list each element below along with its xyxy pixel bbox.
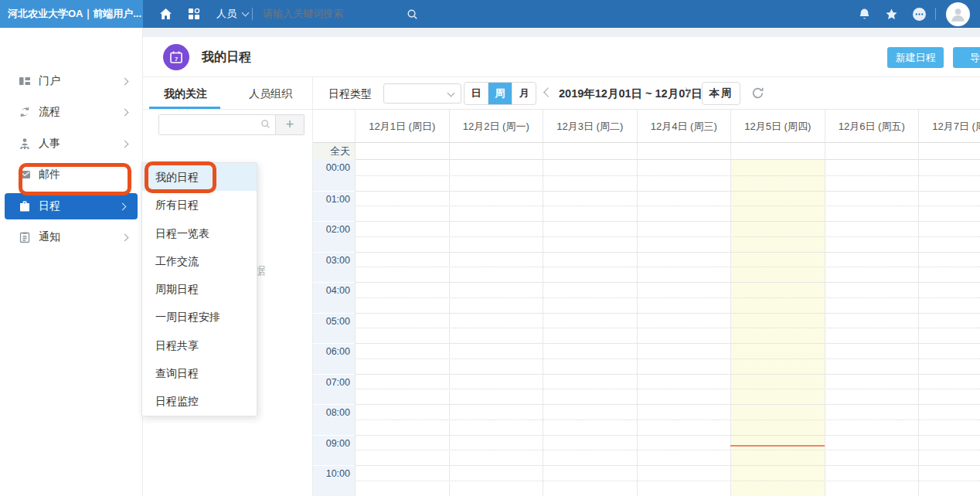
grid-column-border (543, 160, 543, 496)
svg-text:7: 7 (175, 56, 178, 63)
view-switcher: 日 周 月 (464, 82, 536, 105)
topbar-divider (935, 8, 936, 20)
calendar-toolbar: 日程类型 日 周 月 2019年12月01日 ~ 12月07日 本周 (313, 77, 980, 110)
notice-icon (19, 231, 31, 243)
allday-cell-border (543, 143, 543, 160)
allday-label: 全天 (313, 143, 355, 160)
nav-sidebar: 门户 流程 人事 邮件 日程 通知 (0, 28, 143, 496)
time-label: 06:00 (313, 343, 355, 374)
workflow-icon (19, 106, 31, 118)
scope-dropdown[interactable]: 人员 (216, 0, 248, 28)
app-brand: 河北农业大学OA｜前端用户... (0, 0, 143, 28)
day-header: 12月1日 (周日) (355, 110, 449, 142)
sidebar-item-workflow[interactable]: 流程 (0, 99, 143, 125)
allday-cells[interactable] (355, 143, 980, 160)
time-label: 08:00 (313, 404, 355, 435)
day-header: 12月3日 (周二) (543, 110, 637, 142)
time-label: 00:00 (313, 160, 355, 191)
current-time-line (730, 445, 825, 447)
bell-icon[interactable] (855, 0, 873, 28)
import-button[interactable]: 导入 (953, 47, 980, 68)
more-icon[interactable] (910, 0, 928, 28)
day-header: 12月7日 (周六) (918, 110, 980, 142)
sidebar-item-portal[interactable]: 门户 (0, 68, 143, 94)
sidebar-item-schedule[interactable]: 日程 (5, 193, 138, 219)
panel-search-box (158, 114, 276, 135)
time-label: 02:00 (313, 221, 355, 252)
topbar-divider (252, 8, 253, 20)
calendar-grid[interactable]: 00:0001:0002:0003:0004:0005:0006:0007:00… (313, 160, 980, 496)
menu-item-schedule-list[interactable]: 日程一览表 (142, 219, 257, 247)
grid-column-border (449, 160, 450, 496)
allday-cell-border (449, 143, 450, 160)
schedule-type-label: 日程类型 (328, 77, 372, 110)
calendar-panel: 日程类型 日 周 月 2019年12月01日 ~ 12月07日 本周 12月1日… (313, 77, 980, 496)
hr-icon (19, 138, 31, 150)
date-range-label: 2019年12月01日 ~ 12月07日 (559, 77, 677, 110)
view-week-button[interactable]: 周 (488, 83, 512, 104)
menu-item-week-plan[interactable]: 一周日程安排 (142, 303, 257, 331)
chevron-right-icon (121, 233, 129, 241)
search-icon[interactable] (403, 0, 420, 28)
sidebar-item-mail[interactable]: 邮件 (0, 161, 143, 188)
sidebar-item-notice[interactable]: 通知 (0, 224, 143, 250)
this-week-button[interactable]: 本周 (702, 82, 740, 105)
menu-item-schedule-monitor[interactable]: 日程监控 (142, 387, 257, 415)
menu-item-work-exchange[interactable]: 工作交流 (142, 247, 257, 275)
chevron-right-icon (119, 202, 127, 210)
home-icon[interactable] (156, 0, 175, 28)
day-header-row: 12月1日 (周日) 12月2日 (周一) 12月3日 (周二) 12月4日 (… (313, 110, 980, 143)
grid-column-border (355, 160, 356, 496)
tab-my-follow[interactable]: 我的关注 (143, 77, 228, 109)
schedule-page-icon: 7 (163, 44, 189, 70)
menu-item-periodic-schedule[interactable]: 周期日程 (142, 275, 257, 303)
global-search-input[interactable] (263, 0, 402, 28)
menu-item-all-schedule[interactable]: 所有日程 (142, 191, 257, 219)
new-schedule-button[interactable]: 新建日程 (887, 47, 944, 68)
schedule-submenu: 我的日程 所有日程 日程一览表 工作交流 周期日程 一周日程安排 日程共享 查询… (141, 162, 257, 416)
menu-item-my-schedule[interactable]: 我的日程 (142, 163, 257, 191)
allday-cell-border (825, 143, 825, 160)
allday-row: 全天 (313, 143, 980, 160)
time-gutter: 00:0001:0002:0003:0004:0005:0006:0007:00… (313, 160, 355, 496)
menu-item-schedule-query[interactable]: 查询日程 (142, 359, 257, 387)
day-header: 12月4日 (周三) (637, 110, 731, 142)
apps-grid-icon[interactable] (185, 0, 202, 28)
chevron-right-icon (121, 108, 129, 116)
day-header: 12月2日 (周一) (449, 110, 543, 142)
time-label: 03:00 (313, 252, 355, 283)
schedule-icon (19, 200, 31, 212)
menu-item-schedule-share[interactable]: 日程共享 (142, 331, 257, 359)
add-follow-button[interactable]: + (276, 114, 305, 135)
time-label: 01:00 (313, 191, 355, 222)
view-month-button[interactable]: 月 (512, 83, 536, 104)
chevron-down-icon (242, 9, 250, 17)
allday-cell-border (355, 143, 356, 160)
grid-columns[interactable] (355, 160, 980, 496)
search-icon (260, 119, 271, 129)
star-icon[interactable] (882, 0, 900, 28)
allday-cell-border (637, 143, 638, 160)
mail-icon (19, 168, 31, 181)
panel-tabs: 我的关注 人员组织 (143, 77, 312, 110)
chevron-down-icon (447, 90, 455, 97)
view-day-button[interactable]: 日 (464, 83, 488, 104)
grid-column-border (825, 160, 825, 496)
allday-cell-border (730, 143, 731, 160)
page-header: 7 我的日程 新建日程 导入 (143, 37, 980, 77)
page-title: 我的日程 (202, 37, 251, 77)
portal-icon (19, 75, 31, 87)
grid-column-border (918, 160, 919, 496)
panel-search-input[interactable] (159, 115, 250, 134)
allday-cell-border (918, 143, 919, 160)
topbar: 河北农业大学OA｜前端用户... 人员 (0, 0, 980, 28)
sidebar-item-hr[interactable]: 人事 (0, 131, 143, 157)
schedule-type-select[interactable] (383, 83, 461, 104)
avatar[interactable] (946, 2, 970, 26)
tab-org[interactable]: 人员组织 (228, 77, 313, 109)
chevron-right-icon (121, 77, 129, 85)
prev-week-icon[interactable] (543, 87, 553, 97)
grid-column-border (637, 160, 638, 496)
refresh-icon[interactable] (751, 87, 764, 100)
time-label: 07:00 (313, 374, 355, 405)
